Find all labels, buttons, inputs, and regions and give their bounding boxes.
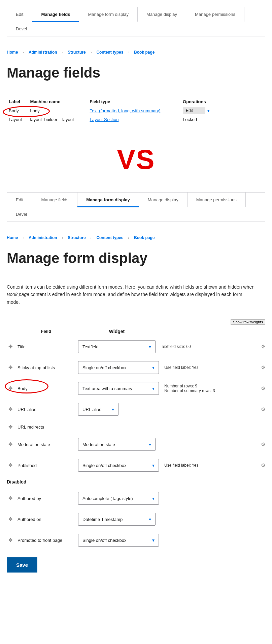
tab-devel[interactable]: Devel — [7, 207, 36, 222]
operation-locked: Locked — [181, 116, 222, 123]
widget-select[interactable]: Text area with a summary▾ — [78, 382, 159, 395]
widget-select[interactable]: Autocomplete (Tags style)▾ — [78, 492, 159, 505]
disabled-section-header: Disabled — [7, 476, 265, 488]
tab-devel[interactable]: Devel — [7, 22, 36, 36]
field-name: Authored by — [18, 496, 75, 501]
drag-handle-icon[interactable]: ✥ — [7, 344, 14, 350]
tab-manage-display[interactable]: Manage display — [139, 193, 188, 207]
chevron-right-icon: › — [62, 236, 63, 240]
widget-select[interactable]: Single on/off checkbox▾ — [78, 459, 159, 472]
widget-label: Single on/off checkbox — [82, 365, 127, 370]
tab-manage-form-display[interactable]: Manage form display — [79, 7, 138, 22]
gear-icon[interactable]: ⚙ — [255, 462, 265, 468]
column-header: Label — [7, 98, 28, 106]
chevron-right-icon: › — [23, 236, 24, 240]
chevron-down-icon: ▾ — [149, 344, 151, 349]
gear-icon[interactable]: ⚙ — [255, 385, 265, 391]
breadcrumb-link[interactable]: Book page — [134, 50, 155, 55]
widget-label: Single on/off checkbox — [82, 463, 127, 468]
breadcrumb-link[interactable]: Administration — [29, 50, 57, 55]
breadcrumb-link[interactable]: Content types — [96, 50, 123, 55]
edit-button[interactable]: Edit — [183, 107, 205, 114]
widget-select[interactable]: Single on/off checkbox▾ — [78, 534, 159, 547]
widget-select[interactable]: Datetime Timestamp▾ — [78, 513, 156, 526]
gear-icon[interactable]: ⚙ — [255, 406, 265, 412]
manage-form-display-section: EditManage fieldsManage form displayMana… — [7, 192, 265, 573]
vs-label: VS — [7, 144, 265, 175]
widget-label: Single on/off checkbox — [82, 538, 127, 543]
field-name: Promoted to front page — [18, 538, 75, 543]
page-title: Manage form display — [7, 250, 265, 266]
form-field-row: ✥Moderation stateModeration state▾⚙ — [7, 434, 265, 455]
machine-name: body — [28, 106, 88, 116]
breadcrumb-link[interactable]: Home — [7, 50, 18, 55]
breadcrumb-link[interactable]: Home — [7, 235, 18, 240]
drag-handle-icon[interactable]: ✥ — [7, 495, 14, 501]
chevron-down-icon[interactable]: ▾ — [205, 107, 212, 114]
form-display-rows: ✥TitleTextfield▾Textfield size: 60⚙✥Stic… — [7, 336, 265, 476]
drag-handle-icon[interactable]: ✥ — [7, 424, 14, 430]
widget-label: Autocomplete (Tags style) — [82, 496, 133, 501]
tabs-top: EditManage fieldsManage form displayMana… — [7, 7, 265, 36]
chevron-down-icon: ▾ — [149, 517, 151, 522]
gear-icon[interactable]: ⚙ — [255, 364, 265, 371]
tab-manage-form-display[interactable]: Manage form display — [77, 193, 139, 207]
form-field-row: ✥URL redirects — [7, 420, 265, 434]
chevron-right-icon: › — [91, 236, 92, 240]
save-button[interactable]: Save — [7, 557, 37, 573]
field-name: URL redirects — [18, 425, 75, 430]
show-weights-wrap: Show row weights — [7, 319, 265, 325]
col-field: Field — [18, 329, 75, 334]
tab-edit[interactable]: Edit — [7, 193, 32, 207]
field-type-link[interactable]: Layout Section — [90, 117, 118, 122]
widget-summary: Use field label: Yes — [162, 365, 252, 370]
field-label: Body — [7, 106, 28, 116]
tab-manage-fields[interactable]: Manage fields — [32, 7, 79, 22]
breadcrumb-link[interactable]: Structure — [68, 50, 86, 55]
widget-select[interactable]: URL alias▾ — [78, 403, 118, 416]
chevron-right-icon: › — [128, 50, 129, 54]
tab-manage-fields[interactable]: Manage fields — [32, 193, 77, 207]
tab-manage-permissions[interactable]: Manage permissions — [188, 193, 246, 207]
drag-handle-icon[interactable]: ✥ — [7, 364, 14, 371]
drag-handle-icon[interactable]: ✥ — [7, 537, 14, 543]
intro-pre: Content items can be edited using differ… — [7, 284, 254, 290]
gear-icon[interactable]: ⚙ — [255, 344, 265, 350]
field-name: Sticky at top of lists — [18, 365, 75, 370]
manage-fields-section: EditManage fieldsManage form displayMana… — [7, 7, 265, 123]
widget-label: Text area with a summary — [82, 386, 132, 391]
gear-icon[interactable]: ⚙ — [255, 441, 265, 447]
chevron-right-icon: › — [62, 50, 63, 54]
tab-manage-display[interactable]: Manage display — [138, 7, 186, 22]
tab-manage-permissions[interactable]: Manage permissions — [186, 7, 244, 22]
widget-select[interactable]: Single on/off checkbox▾ — [78, 361, 159, 374]
drag-handle-icon[interactable]: ✥ — [7, 462, 14, 468]
breadcrumb-link[interactable]: Book page — [134, 235, 155, 240]
tab-edit[interactable]: Edit — [7, 7, 32, 22]
field-name: Title — [18, 344, 75, 349]
form-field-row: ✥BodyText area with a summary▾Number of … — [7, 378, 265, 399]
field-name: Published — [18, 463, 75, 468]
drag-handle-icon[interactable]: ✥ — [7, 516, 14, 522]
drag-handle-icon[interactable]: ✥ — [7, 441, 14, 447]
drag-handle-icon[interactable]: ✥ — [7, 406, 14, 412]
breadcrumb-link[interactable]: Structure — [68, 235, 86, 240]
show-row-weights-button[interactable]: Show row weights — [231, 319, 265, 325]
edit-dropdown[interactable]: Edit▾ — [183, 107, 212, 114]
widget-select[interactable]: Moderation state▾ — [78, 438, 156, 451]
field-type-link[interactable]: Text (formatted, long, with summary) — [90, 108, 160, 113]
intro-text: Content items can be edited using differ… — [7, 283, 255, 306]
breadcrumb-link[interactable]: Administration — [29, 235, 57, 240]
widget-select[interactable]: Textfield▾ — [78, 340, 156, 353]
chevron-down-icon: ▾ — [112, 407, 114, 412]
drag-handle-icon[interactable]: ✥ — [7, 385, 14, 391]
machine-name: layout_builder__layout — [28, 116, 88, 123]
breadcrumb: Home›Administration›Structure›Content ty… — [7, 50, 265, 55]
form-field-row: ✥Authored onDatetime Timestamp▾ — [7, 509, 265, 530]
form-field-row: ✥Sticky at top of listsSingle on/off che… — [7, 357, 265, 378]
widget-label: Datetime Timestamp — [82, 517, 123, 522]
chevron-down-icon: ▾ — [152, 496, 155, 501]
breadcrumb-link[interactable]: Content types — [96, 235, 123, 240]
chevron-down-icon: ▾ — [152, 386, 155, 391]
fields-table: LabelMachine nameField typeOperations Bo… — [7, 98, 222, 123]
